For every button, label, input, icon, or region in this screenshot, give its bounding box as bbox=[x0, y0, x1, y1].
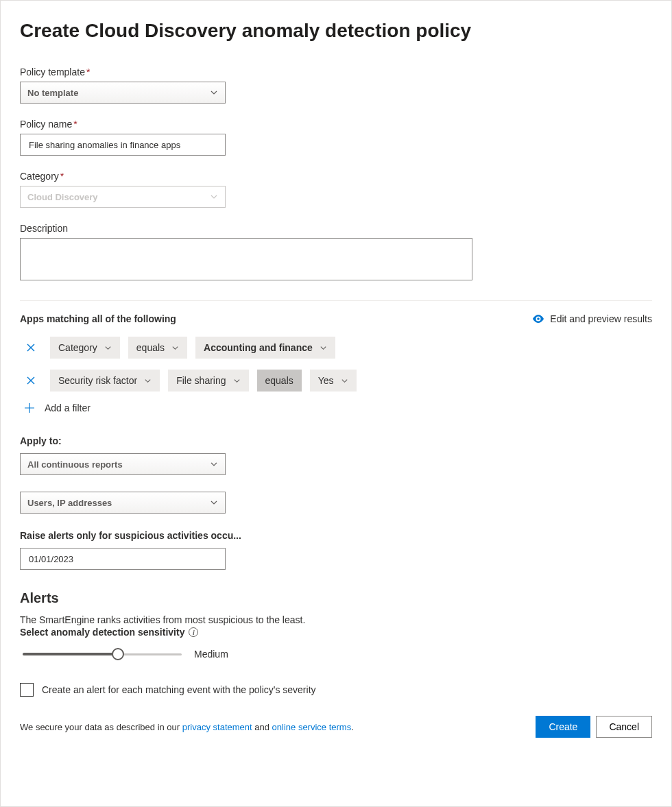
plus-icon bbox=[24, 402, 35, 413]
footer-buttons: Create Cancel bbox=[536, 716, 652, 738]
required-asterisk: * bbox=[86, 67, 90, 77]
privacy-link[interactable]: privacy statement bbox=[182, 722, 252, 732]
alerts-heading: Alerts bbox=[20, 590, 652, 606]
sensitivity-label-text: Select anomaly detection sensitivity bbox=[20, 627, 184, 638]
preview-results-text: Edit and preview results bbox=[550, 313, 652, 324]
policy-name-input[interactable] bbox=[27, 134, 218, 155]
policy-template-select[interactable]: No template bbox=[20, 82, 226, 104]
preview-results-link[interactable]: Edit and preview results bbox=[532, 313, 652, 324]
policy-template-value: No template bbox=[27, 88, 78, 98]
apply-to-section: All continuous reports Users, IP address… bbox=[20, 453, 652, 514]
apply-to-scope-value: Users, IP addresses bbox=[27, 498, 112, 508]
svg-point-0 bbox=[538, 317, 540, 320]
chevron-down-icon bbox=[210, 498, 218, 507]
cancel-button[interactable]: Cancel bbox=[596, 716, 652, 738]
legal-prefix: We secure your data as described in our bbox=[20, 722, 182, 732]
filter-field-text: Category bbox=[58, 342, 97, 353]
filters-title: Apps matching all of the following bbox=[20, 313, 176, 324]
sensitivity-slider[interactable] bbox=[23, 647, 182, 661]
chevron-down-icon bbox=[210, 193, 218, 201]
policy-name-label-text: Policy name bbox=[20, 119, 72, 130]
terms-link[interactable]: online service terms bbox=[272, 722, 352, 732]
slider-thumb[interactable] bbox=[112, 648, 124, 660]
filters-header: Apps matching all of the following Edit … bbox=[20, 313, 652, 324]
filter-sub-pill[interactable]: File sharing bbox=[168, 370, 248, 392]
policy-name-input-wrapper bbox=[20, 134, 226, 156]
filter-sub-text: File sharing bbox=[176, 375, 226, 386]
category-select: Cloud Discovery bbox=[20, 186, 226, 208]
legal-mid: and bbox=[252, 722, 272, 732]
sensitivity-value: Medium bbox=[194, 649, 228, 660]
section-divider bbox=[20, 300, 652, 301]
remove-filter-button[interactable] bbox=[24, 341, 38, 354]
create-alert-checkbox-row: Create an alert for each matching event … bbox=[20, 683, 652, 697]
policy-form: Create Cloud Discovery anomaly detection… bbox=[0, 0, 672, 807]
chevron-down-icon bbox=[144, 377, 152, 385]
close-icon bbox=[26, 343, 36, 352]
create-alert-checkbox[interactable] bbox=[20, 683, 34, 697]
chevron-down-icon bbox=[171, 344, 179, 352]
smartengine-text: The SmartEngine ranks activities from mo… bbox=[20, 614, 652, 625]
apply-to-reports-value: All continuous reports bbox=[27, 459, 123, 470]
chevron-down-icon bbox=[341, 377, 348, 385]
remove-filter-button[interactable] bbox=[24, 374, 38, 387]
category-value: Cloud Discovery bbox=[27, 192, 98, 202]
legal-suffix: . bbox=[351, 722, 354, 732]
filter-value-pill[interactable]: Accounting and finance bbox=[195, 337, 335, 359]
policy-template-label: Policy template* bbox=[20, 67, 652, 77]
chevron-down-icon bbox=[210, 460, 218, 468]
category-field: Category* Cloud Discovery bbox=[20, 171, 652, 208]
filter-op-text: equals bbox=[136, 342, 165, 353]
filter-op-text: equals bbox=[265, 375, 293, 386]
page-title: Create Cloud Discovery anomaly detection… bbox=[20, 20, 652, 42]
apply-to-label: Apply to: bbox=[20, 435, 652, 446]
description-textarea[interactable] bbox=[20, 238, 472, 280]
eye-icon bbox=[532, 315, 544, 323]
create-alert-checkbox-label: Create an alert for each matching event … bbox=[42, 684, 316, 695]
filter-value-text: Yes bbox=[318, 375, 334, 386]
policy-template-field: Policy template* No template bbox=[20, 67, 652, 104]
legal-text: We secure your data as described in our … bbox=[20, 722, 354, 732]
category-label: Category* bbox=[20, 171, 652, 182]
filter-op-pill[interactable]: equals bbox=[128, 337, 187, 359]
description-field: Description bbox=[20, 223, 652, 282]
filter-field-pill[interactable]: Security risk factor bbox=[50, 370, 160, 392]
raise-alerts-label: Raise alerts only for suspicious activit… bbox=[20, 530, 652, 541]
filter-field-text: Security risk factor bbox=[58, 375, 137, 386]
slider-track-fill bbox=[23, 653, 118, 655]
filter-value-text: Accounting and finance bbox=[204, 342, 313, 353]
add-filter-button[interactable]: Add a filter bbox=[24, 402, 652, 413]
info-icon[interactable]: i bbox=[189, 627, 198, 637]
apply-to-reports-select[interactable]: All continuous reports bbox=[20, 453, 226, 475]
close-icon bbox=[26, 376, 36, 385]
chevron-down-icon bbox=[210, 88, 218, 97]
chevron-down-icon bbox=[104, 344, 112, 352]
raise-alerts-date-wrapper bbox=[20, 548, 226, 570]
policy-name-field: Policy name* bbox=[20, 119, 652, 156]
category-label-text: Category bbox=[20, 171, 59, 182]
sensitivity-label: Select anomaly detection sensitivity i bbox=[20, 627, 652, 638]
sensitivity-slider-row: Medium bbox=[23, 647, 652, 661]
filter-field-pill[interactable]: Category bbox=[50, 337, 120, 359]
policy-name-label: Policy name* bbox=[20, 119, 652, 130]
required-asterisk: * bbox=[73, 119, 77, 130]
apply-to-scope-select[interactable]: Users, IP addresses bbox=[20, 492, 226, 514]
policy-template-label-text: Policy template bbox=[20, 67, 85, 77]
description-label: Description bbox=[20, 223, 652, 234]
create-button[interactable]: Create bbox=[536, 716, 590, 738]
footer-row: We secure your data as described in our … bbox=[20, 716, 652, 738]
filter-op-pill[interactable]: equals bbox=[257, 370, 302, 392]
filter-row: Category equals Accounting and finance bbox=[20, 337, 652, 359]
raise-alerts-date-input[interactable] bbox=[27, 549, 218, 569]
filter-row: Security risk factor File sharing equals… bbox=[20, 370, 652, 392]
chevron-down-icon bbox=[233, 377, 241, 385]
required-asterisk: * bbox=[60, 171, 64, 182]
add-filter-label: Add a filter bbox=[45, 402, 91, 413]
chevron-down-icon bbox=[320, 344, 327, 352]
filter-value-pill[interactable]: Yes bbox=[310, 370, 357, 392]
